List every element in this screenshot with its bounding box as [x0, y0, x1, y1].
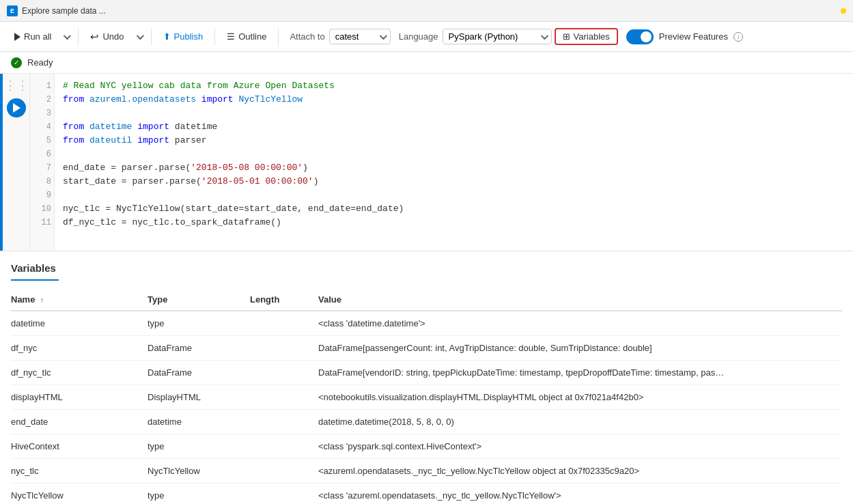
code-line: df_nyc_tlc = nyc_tlc.to_spark_dataframe(…: [63, 216, 845, 229]
cell-value: <notebookutils.visualization.displayHTML…: [318, 385, 842, 410]
language-select[interactable]: PySpark (Python) Python Scala SQL: [443, 29, 552, 44]
cell-name: nyc_tlc: [11, 459, 148, 484]
table-row: NycTlcYellowtype<class 'azureml.opendata…: [11, 484, 842, 505]
line-numbers: 1234567891011: [30, 74, 55, 251]
col-length-header[interactable]: Length: [250, 289, 318, 311]
col-value-header[interactable]: Value: [318, 289, 842, 311]
table-row: end_datedatetimedatetime.datetime(2018, …: [11, 410, 842, 434]
cell-type: NycTlcYellow: [148, 459, 250, 484]
language-group: Language PySpark (Python) Python Scala S…: [399, 29, 552, 44]
cell-value: DataFrame[passengerCount: int, AvgTripDi…: [318, 336, 842, 361]
undo-label: Undo: [102, 31, 124, 42]
cell-name: datetime: [11, 311, 148, 336]
cell-type: datetime: [148, 410, 250, 434]
divider-1: [78, 29, 79, 45]
outline-label: Outline: [238, 31, 266, 42]
cell-value: <class 'pyspark.sql.context.HiveContext'…: [318, 434, 842, 459]
code-line: [63, 107, 845, 120]
code-content[interactable]: # Read NYC yellow cab data from Azure Op…: [55, 74, 853, 251]
publish-button[interactable]: ⬆ Publish: [157, 28, 210, 45]
run-cell-button[interactable]: [7, 98, 26, 117]
cell-type: DataFrame: [148, 336, 250, 361]
drag-handle[interactable]: ⋮⋮: [4, 78, 29, 93]
code-line: from dateutil import parser: [63, 134, 845, 148]
run-all-chevron[interactable]: [60, 31, 72, 43]
app-icon: E: [7, 5, 18, 16]
status-bar: ✓ Ready: [0, 52, 853, 74]
info-icon[interactable]: i: [733, 32, 743, 42]
toolbar: Run all ↩ Undo ⬆ Publish ☰ Outline Attac…: [0, 22, 853, 52]
cell-type: type: [148, 434, 250, 459]
table-row: nyc_tlcNycTlcYellow<azureml.opendatasets…: [11, 459, 842, 484]
cell-type: type: [148, 311, 250, 336]
code-cell: ⋮⋮ 1234567891011 # Read NYC yellow cab d…: [0, 74, 853, 251]
attach-to-select[interactable]: catest: [329, 29, 391, 44]
run-all-button[interactable]: Run all: [8, 28, 57, 45]
variables-label: Variables: [574, 31, 610, 42]
cell-name: df_nyc: [11, 336, 148, 361]
table-row: displayHTMLDisplayHTML<notebookutils.vis…: [11, 385, 842, 410]
code-line: [63, 188, 845, 202]
table-row: df_nyc_tlcDataFrameDataFrame[vendorID: s…: [11, 361, 842, 385]
language-select-wrapper[interactable]: PySpark (Python) Python Scala SQL: [443, 29, 552, 44]
language-label: Language: [399, 31, 438, 42]
code-line: start_date = parser.parse('2018-05-01 00…: [63, 175, 845, 188]
cell-type: DataFrame: [148, 361, 250, 385]
cell-type: DisplayHTML: [148, 385, 250, 410]
divider-4: [278, 29, 279, 45]
ready-icon: ✓: [11, 57, 22, 68]
cell-length: [250, 459, 318, 484]
title-bar-text: Explore sample data ...: [22, 6, 838, 16]
code-line: from datetime import datetime: [63, 120, 845, 134]
table-row: df_nycDataFrameDataFrame[passengerCount:…: [11, 336, 842, 361]
cell-length: [250, 385, 318, 410]
chevron-down-icon: [64, 31, 71, 39]
cell-name: end_date: [11, 410, 148, 434]
table-row: HiveContexttype<class 'pyspark.sql.conte…: [11, 434, 842, 459]
cell-value: <class 'azureml.opendatasets._nyc_tlc_ye…: [318, 484, 842, 505]
cell-name: HiveContext: [11, 434, 148, 459]
run-all-label: Run all: [24, 31, 51, 42]
attach-to-select-wrapper[interactable]: catest: [329, 29, 391, 44]
cell-length: [250, 311, 318, 336]
cell-value: datetime.datetime(2018, 5, 8, 0, 0): [318, 410, 842, 434]
variables-section-title: Variables: [11, 262, 842, 274]
variables-section: Variables Name ↑ Type Length Value: [0, 251, 853, 504]
variables-button[interactable]: ⊞ Variables: [555, 28, 618, 45]
publish-icon: ⬆: [163, 31, 171, 42]
cell-value: DataFrame[vendorID: string, tpepPickupDa…: [318, 361, 842, 385]
variables-icon: ⊞: [563, 31, 570, 42]
chevron-down-icon-2: [136, 31, 143, 39]
cell-value: <class 'datetime.datetime'>: [318, 311, 842, 336]
cell-value: <azureml.opendatasets._nyc_tlc_yellow.Ny…: [318, 459, 842, 484]
cell-name: NycTlcYellow: [11, 484, 148, 505]
col-type-header[interactable]: Type: [148, 289, 250, 311]
outline-button[interactable]: ☰ Outline: [221, 28, 272, 45]
cell-type: type: [148, 484, 250, 505]
undo-button[interactable]: ↩ Undo: [84, 27, 130, 46]
variables-table: Name ↑ Type Length Value datetimetype<cl…: [11, 289, 842, 504]
outline-icon: ☰: [227, 31, 235, 42]
cell-length: [250, 361, 318, 385]
main-area: ⋮⋮ 1234567891011 # Read NYC yellow cab d…: [0, 74, 853, 504]
variables-underline: [11, 279, 59, 281]
code-line: nyc_tlc = NycTlcYellow(start_date=start_…: [63, 202, 845, 216]
variables-tbody: datetimetype<class 'datetime.datetime'>d…: [11, 311, 842, 504]
run-icon: [14, 33, 20, 41]
table-row: datetimetype<class 'datetime.datetime'>: [11, 311, 842, 336]
attach-to-label: Attach to: [290, 31, 324, 42]
sort-arrow-name: ↑: [40, 296, 44, 304]
col-name-header[interactable]: Name ↑: [11, 289, 148, 311]
status-text: Ready: [27, 57, 53, 68]
preview-features-toggle[interactable]: [626, 29, 654, 44]
code-line: [63, 148, 845, 161]
cell-length: [250, 410, 318, 434]
cell-name: df_nyc_tlc: [11, 361, 148, 385]
code-line: end_date = parser.parse('2018-05-08 00:0…: [63, 161, 845, 175]
undo-chevron[interactable]: [133, 31, 145, 43]
divider-3: [214, 29, 215, 45]
cell-length: [250, 336, 318, 361]
divider-2: [151, 29, 152, 45]
cell-length: [250, 434, 318, 459]
code-line: # Read NYC yellow cab data from Azure Op…: [63, 79, 845, 93]
